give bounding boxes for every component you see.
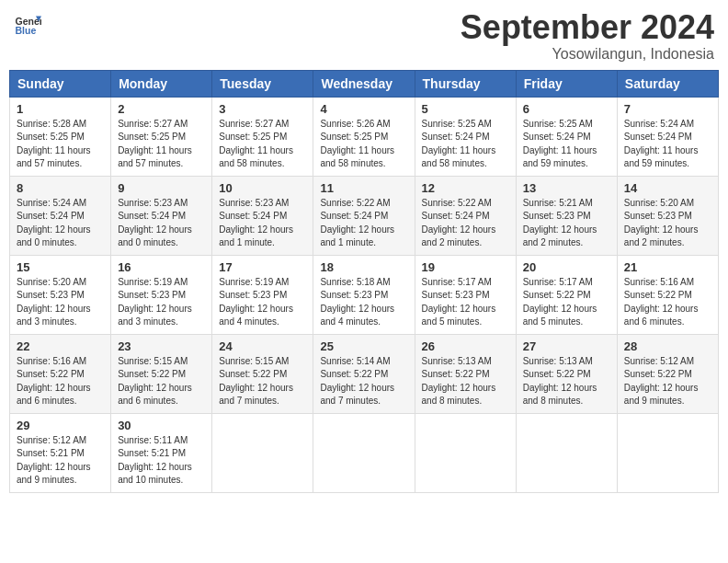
day-info: Sunrise: 5:22 AMSunset: 5:24 PMDaylight:… bbox=[320, 197, 407, 250]
calendar-cell: 24Sunrise: 5:15 AMSunset: 5:22 PMDayligh… bbox=[212, 334, 313, 413]
day-number: 29 bbox=[17, 419, 104, 432]
day-info: Sunrise: 5:17 AMSunset: 5:23 PMDaylight:… bbox=[422, 276, 509, 329]
day-info: Sunrise: 5:28 AMSunset: 5:25 PMDaylight:… bbox=[17, 118, 104, 171]
calendar-cell bbox=[617, 413, 718, 492]
day-number: 20 bbox=[523, 260, 610, 274]
week-row-5: 29Sunrise: 5:12 AMSunset: 5:21 PMDayligh… bbox=[10, 413, 719, 492]
calendar-cell: 9Sunrise: 5:23 AMSunset: 5:24 PMDaylight… bbox=[111, 176, 212, 255]
day-number: 27 bbox=[523, 339, 610, 353]
day-number: 22 bbox=[17, 339, 104, 353]
day-number: 12 bbox=[422, 181, 509, 195]
day-info: Sunrise: 5:16 AMSunset: 5:22 PMDaylight:… bbox=[17, 355, 104, 408]
calendar-cell bbox=[516, 413, 617, 492]
weekday-tuesday: Tuesday bbox=[212, 70, 313, 97]
day-info: Sunrise: 5:18 AMSunset: 5:23 PMDaylight:… bbox=[320, 276, 407, 329]
calendar-cell bbox=[313, 413, 415, 492]
day-number: 25 bbox=[320, 339, 407, 353]
calendar-cell: 2Sunrise: 5:27 AMSunset: 5:25 PMDaylight… bbox=[111, 97, 212, 176]
day-number: 8 bbox=[17, 181, 104, 195]
calendar-cell: 4Sunrise: 5:26 AMSunset: 5:25 PMDaylight… bbox=[313, 97, 415, 176]
weekday-wednesday: Wednesday bbox=[313, 70, 415, 97]
calendar-table: SundayMondayTuesdayWednesdayThursdayFrid… bbox=[9, 70, 719, 493]
calendar-cell: 1Sunrise: 5:28 AMSunset: 5:25 PMDaylight… bbox=[10, 97, 111, 176]
day-info: Sunrise: 5:12 AMSunset: 5:22 PMDaylight:… bbox=[624, 355, 711, 408]
calendar-cell: 8Sunrise: 5:24 AMSunset: 5:24 PMDaylight… bbox=[10, 176, 111, 255]
day-number: 3 bbox=[219, 102, 306, 116]
day-number: 13 bbox=[523, 181, 610, 195]
svg-text:Blue: Blue bbox=[16, 25, 37, 36]
day-info: Sunrise: 5:26 AMSunset: 5:25 PMDaylight:… bbox=[320, 118, 407, 171]
day-info: Sunrise: 5:27 AMSunset: 5:25 PMDaylight:… bbox=[118, 118, 205, 171]
day-info: Sunrise: 5:20 AMSunset: 5:23 PMDaylight:… bbox=[17, 276, 104, 329]
day-info: Sunrise: 5:15 AMSunset: 5:22 PMDaylight:… bbox=[118, 355, 205, 408]
day-info: Sunrise: 5:13 AMSunset: 5:22 PMDaylight:… bbox=[422, 355, 509, 408]
calendar-cell bbox=[212, 413, 313, 492]
calendar-cell: 29Sunrise: 5:12 AMSunset: 5:21 PMDayligh… bbox=[10, 413, 111, 492]
day-number: 17 bbox=[219, 260, 306, 274]
calendar-cell: 21Sunrise: 5:16 AMSunset: 5:22 PMDayligh… bbox=[617, 255, 718, 334]
day-number: 11 bbox=[320, 181, 407, 195]
day-info: Sunrise: 5:15 AMSunset: 5:22 PMDaylight:… bbox=[219, 355, 306, 408]
calendar-cell: 20Sunrise: 5:17 AMSunset: 5:22 PMDayligh… bbox=[516, 255, 617, 334]
day-info: Sunrise: 5:20 AMSunset: 5:23 PMDaylight:… bbox=[624, 197, 711, 250]
calendar-cell: 14Sunrise: 5:20 AMSunset: 5:23 PMDayligh… bbox=[617, 176, 718, 255]
weekday-friday: Friday bbox=[516, 70, 617, 97]
day-number: 23 bbox=[118, 339, 205, 353]
day-number: 1 bbox=[17, 102, 104, 116]
day-info: Sunrise: 5:24 AMSunset: 5:24 PMDaylight:… bbox=[17, 197, 104, 250]
calendar-cell: 5Sunrise: 5:25 AMSunset: 5:24 PMDaylight… bbox=[415, 97, 516, 176]
day-number: 28 bbox=[624, 339, 711, 353]
calendar-body: 1Sunrise: 5:28 AMSunset: 5:25 PMDaylight… bbox=[10, 97, 719, 492]
day-number: 16 bbox=[118, 260, 205, 274]
day-number: 15 bbox=[17, 260, 104, 274]
day-info: Sunrise: 5:23 AMSunset: 5:24 PMDaylight:… bbox=[219, 197, 306, 250]
week-row-2: 8Sunrise: 5:24 AMSunset: 5:24 PMDaylight… bbox=[10, 176, 719, 255]
weekday-thursday: Thursday bbox=[415, 70, 516, 97]
day-number: 5 bbox=[422, 102, 509, 116]
calendar-cell bbox=[415, 413, 516, 492]
day-info: Sunrise: 5:22 AMSunset: 5:24 PMDaylight:… bbox=[422, 197, 509, 250]
title-block: September 2024 Yosowilangun, Indonesia bbox=[461, 9, 714, 63]
day-number: 18 bbox=[320, 260, 407, 274]
day-number: 10 bbox=[219, 181, 306, 195]
calendar-cell: 28Sunrise: 5:12 AMSunset: 5:22 PMDayligh… bbox=[617, 334, 718, 413]
calendar-cell: 27Sunrise: 5:13 AMSunset: 5:22 PMDayligh… bbox=[516, 334, 617, 413]
weekday-header-row: SundayMondayTuesdayWednesdayThursdayFrid… bbox=[10, 70, 719, 97]
logo-icon: General Blue bbox=[14, 9, 41, 37]
day-info: Sunrise: 5:12 AMSunset: 5:21 PMDaylight:… bbox=[17, 434, 104, 488]
month-title: September 2024 bbox=[461, 9, 714, 46]
day-info: Sunrise: 5:27 AMSunset: 5:25 PMDaylight:… bbox=[219, 118, 306, 171]
calendar-cell: 25Sunrise: 5:14 AMSunset: 5:22 PMDayligh… bbox=[313, 334, 415, 413]
calendar-cell: 15Sunrise: 5:20 AMSunset: 5:23 PMDayligh… bbox=[10, 255, 111, 334]
calendar-cell: 3Sunrise: 5:27 AMSunset: 5:25 PMDaylight… bbox=[212, 97, 313, 176]
calendar-cell: 30Sunrise: 5:11 AMSunset: 5:21 PMDayligh… bbox=[111, 413, 212, 492]
day-info: Sunrise: 5:16 AMSunset: 5:22 PMDaylight:… bbox=[624, 276, 711, 329]
calendar-cell: 6Sunrise: 5:25 AMSunset: 5:24 PMDaylight… bbox=[516, 97, 617, 176]
day-number: 19 bbox=[422, 260, 509, 274]
day-info: Sunrise: 5:11 AMSunset: 5:21 PMDaylight:… bbox=[118, 434, 205, 488]
day-info: Sunrise: 5:17 AMSunset: 5:22 PMDaylight:… bbox=[523, 276, 610, 329]
calendar-cell: 7Sunrise: 5:24 AMSunset: 5:24 PMDaylight… bbox=[617, 97, 718, 176]
location-title: Yosowilangun, Indonesia bbox=[461, 46, 714, 63]
day-number: 6 bbox=[523, 102, 610, 116]
day-number: 2 bbox=[118, 102, 205, 116]
calendar-cell: 19Sunrise: 5:17 AMSunset: 5:23 PMDayligh… bbox=[415, 255, 516, 334]
weekday-saturday: Saturday bbox=[617, 70, 718, 97]
day-info: Sunrise: 5:14 AMSunset: 5:22 PMDaylight:… bbox=[320, 355, 407, 408]
day-info: Sunrise: 5:24 AMSunset: 5:24 PMDaylight:… bbox=[624, 118, 711, 171]
day-info: Sunrise: 5:25 AMSunset: 5:24 PMDaylight:… bbox=[422, 118, 509, 171]
calendar-cell: 17Sunrise: 5:19 AMSunset: 5:23 PMDayligh… bbox=[212, 255, 313, 334]
day-number: 26 bbox=[422, 339, 509, 353]
day-number: 4 bbox=[320, 102, 407, 116]
calendar-cell: 18Sunrise: 5:18 AMSunset: 5:23 PMDayligh… bbox=[313, 255, 415, 334]
day-info: Sunrise: 5:23 AMSunset: 5:24 PMDaylight:… bbox=[118, 197, 205, 250]
day-number: 14 bbox=[624, 181, 711, 195]
calendar-cell: 23Sunrise: 5:15 AMSunset: 5:22 PMDayligh… bbox=[111, 334, 212, 413]
day-info: Sunrise: 5:19 AMSunset: 5:23 PMDaylight:… bbox=[219, 276, 306, 329]
calendar-cell: 22Sunrise: 5:16 AMSunset: 5:22 PMDayligh… bbox=[10, 334, 111, 413]
calendar-cell: 10Sunrise: 5:23 AMSunset: 5:24 PMDayligh… bbox=[212, 176, 313, 255]
day-info: Sunrise: 5:21 AMSunset: 5:23 PMDaylight:… bbox=[523, 197, 610, 250]
day-number: 21 bbox=[624, 260, 711, 274]
weekday-sunday: Sunday bbox=[10, 70, 111, 97]
weekday-monday: Monday bbox=[111, 70, 212, 97]
